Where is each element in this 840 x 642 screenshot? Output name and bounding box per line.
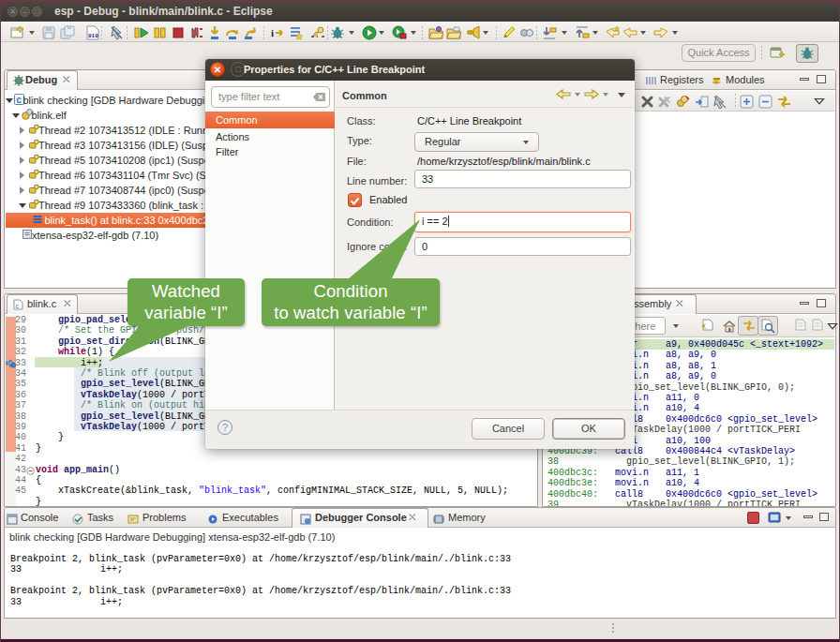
svg-text:010: 010 xyxy=(88,33,98,39)
svg-text:i: i xyxy=(271,27,274,38)
svg-text:C: C xyxy=(16,97,22,106)
svg-text:c: c xyxy=(16,303,20,309)
